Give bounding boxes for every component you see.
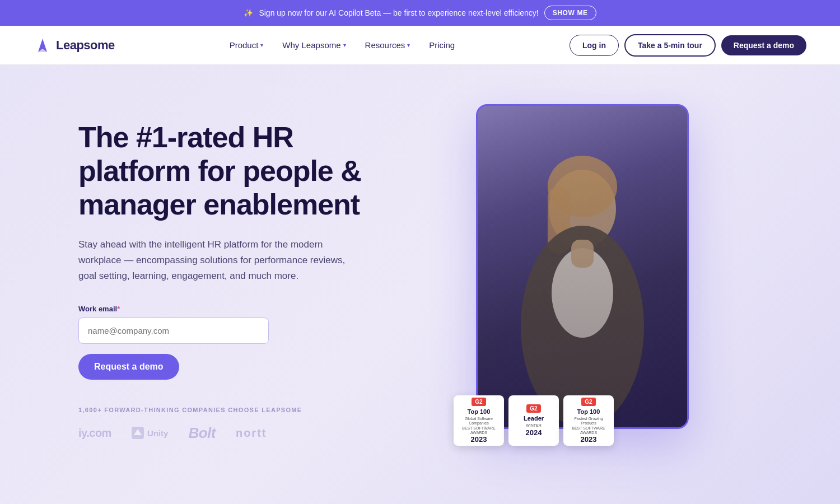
tour-button[interactable]: Take a 5-min tour — [624, 34, 716, 57]
phone-mockup: G2 Top 100 Global Software Companies BES… — [476, 104, 689, 429]
nav-demo-button[interactable]: Request a demo — [721, 35, 806, 55]
award-badge-3: G2 Top 100 Fastest Growing Products BEST… — [563, 395, 614, 446]
resources-chevron-icon: ▾ — [407, 42, 410, 48]
hero-image-area: G2 Top 100 Global Software Companies BES… — [403, 99, 762, 429]
award-badge-2: G2 Leader WINTER 2024 — [508, 395, 559, 446]
product-chevron-icon: ▾ — [260, 42, 263, 48]
email-form: Work email* Request a demo — [78, 305, 403, 407]
nav-links: Product ▾ Why Leapsome ▾ Resources ▾ Pri… — [222, 36, 463, 54]
email-label: Work email* — [78, 305, 403, 313]
nav-resources[interactable]: Resources ▾ — [357, 36, 418, 54]
nav-product[interactable]: Product ▾ — [222, 36, 272, 54]
nav-actions: Log in Take a 5-min tour Request a demo — [570, 34, 806, 57]
unity-logo: Unity — [132, 427, 169, 439]
banner-cta-button[interactable]: SHOW ME — [544, 6, 596, 20]
announcement-banner: ✨ Sign up now for our AI Copilot Beta — … — [0, 0, 840, 26]
award-badge-1: G2 Top 100 Global Software Companies BES… — [454, 395, 504, 446]
award-badges: G2 Top 100 Global Software Companies BES… — [454, 395, 614, 446]
required-marker: * — [117, 305, 120, 313]
bolt-logo: Bolt — [188, 424, 216, 442]
hero-section: The #1-rated HR platform for people & ma… — [0, 65, 840, 504]
main-nav: Leapsome Product ▾ Why Leapsome ▾ Resour… — [0, 26, 840, 65]
companies-label: 1,600+ FORWARD-THINKING COMPANIES CHOOSE… — [78, 407, 403, 413]
banner-text: Sign up now for our AI Copilot Beta — be… — [259, 8, 538, 17]
nav-why-leapsome[interactable]: Why Leapsome ▾ — [274, 36, 353, 54]
cta-button[interactable]: Request a demo — [78, 354, 179, 380]
leapsome-logo-icon — [34, 36, 52, 54]
login-button[interactable]: Log in — [570, 35, 619, 56]
logo[interactable]: Leapsome — [34, 36, 115, 54]
logo-text: Leapsome — [56, 38, 115, 53]
hero-photo — [476, 104, 689, 429]
photo-accent-line — [687, 151, 689, 382]
nav-pricing[interactable]: Pricing — [421, 36, 463, 54]
nortt-logo: nortt — [236, 427, 267, 440]
why-chevron-icon: ▾ — [343, 42, 346, 48]
hero-title: The #1-rated HR platform for people & ma… — [78, 121, 403, 221]
company-logos: iy.com Unity Bolt nortt — [78, 424, 403, 442]
hero-subtitle: Stay ahead with the intelligent HR platf… — [78, 237, 347, 284]
banner-emoji: ✨ — [244, 8, 253, 17]
iy-logo: iy.com — [78, 427, 111, 440]
hero-content: The #1-rated HR platform for people & ma… — [78, 99, 403, 442]
email-input[interactable] — [78, 318, 269, 344]
